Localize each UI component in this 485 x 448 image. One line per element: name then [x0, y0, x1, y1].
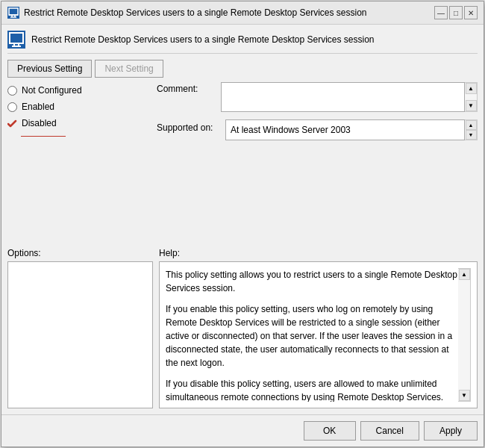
- supported-value: At least Windows Server 2003: [225, 119, 465, 140]
- help-scroll-up[interactable]: ▲: [459, 269, 470, 280]
- header-title: Restrict Remote Desktop Services users t…: [31, 34, 375, 45]
- window-icon: [7, 7, 19, 19]
- radio-label-not-configured: Not Configured: [22, 85, 82, 96]
- help-label: Help:: [159, 248, 478, 258]
- radio-disabled[interactable]: Disabled: [7, 118, 151, 128]
- comment-scroll-up[interactable]: ▲: [466, 83, 477, 94]
- help-text: This policy setting allows you to restri…: [166, 268, 458, 402]
- left-panel: Not Configured Enabled D: [7, 82, 157, 243]
- close-button[interactable]: ✕: [464, 6, 478, 19]
- supported-scrollbar: ▲ ▼: [465, 119, 478, 140]
- right-panel: Comment: ▲ ▼ Supported on: At least: [157, 82, 478, 243]
- radio-circle-enabled: [7, 102, 17, 112]
- window-title: Restrict Remote Desktop Services users t…: [24, 7, 430, 18]
- next-setting-button[interactable]: Next Setting: [95, 60, 163, 78]
- main-content: Not Configured Enabled D: [7, 82, 478, 243]
- comment-row: Comment: ▲ ▼: [157, 82, 478, 112]
- maximize-button[interactable]: □: [449, 6, 463, 19]
- options-section: Options:: [7, 248, 153, 409]
- comment-input[interactable]: [221, 82, 465, 112]
- supported-row: Supported on: At least Windows Server 20…: [157, 119, 478, 140]
- title-bar: Restrict Remote Desktop Services users t…: [1, 1, 484, 25]
- nav-buttons: Previous Setting Next Setting: [7, 60, 478, 78]
- main-window: Restrict Remote Desktop Services users t…: [1, 1, 484, 447]
- checkmark-disabled: [7, 119, 17, 128]
- cancel-button[interactable]: Cancel: [360, 421, 419, 441]
- bottom-section: Options: Help: This policy setting allow…: [7, 248, 478, 409]
- header-icon: [7, 31, 25, 49]
- help-scroll-down[interactable]: ▼: [459, 390, 470, 401]
- minimize-button[interactable]: —: [434, 6, 448, 19]
- options-label: Options:: [7, 248, 153, 258]
- supported-scroll-up[interactable]: ▲: [466, 120, 477, 130]
- comment-scroll-track: [465, 94, 477, 100]
- help-box: This policy setting allows you to restri…: [159, 261, 478, 409]
- svg-rect-0: [9, 8, 18, 15]
- footer: OK Cancel Apply: [1, 414, 484, 447]
- radio-group: Not Configured Enabled D: [7, 82, 151, 137]
- disabled-underline: [21, 136, 66, 137]
- previous-setting-button[interactable]: Previous Setting: [7, 60, 92, 78]
- apply-button[interactable]: Apply: [424, 421, 478, 441]
- radio-circle-not-configured: [7, 86, 17, 96]
- radio-not-configured[interactable]: Not Configured: [7, 85, 151, 96]
- ok-button[interactable]: OK: [304, 421, 356, 441]
- supported-label: Supported on:: [157, 119, 221, 133]
- radio-label-disabled: Disabled: [22, 118, 57, 128]
- radio-label-enabled: Enabled: [22, 102, 54, 112]
- supported-scroll-down[interactable]: ▼: [466, 130, 477, 140]
- help-section: Help: This policy setting allows you to …: [159, 248, 478, 409]
- options-box: [7, 261, 153, 409]
- radio-enabled[interactable]: Enabled: [7, 102, 151, 112]
- window-controls: — □ ✕: [434, 6, 478, 19]
- comment-label: Comment:: [157, 82, 216, 94]
- help-scroll-track: [458, 280, 470, 391]
- help-scrollbar: ▲ ▼: [458, 268, 471, 402]
- comment-scroll-down[interactable]: ▼: [466, 100, 477, 111]
- header-section: Restrict Remote Desktop Services users t…: [7, 31, 478, 54]
- comment-scrollbar: ▲ ▼: [465, 82, 478, 112]
- svg-rect-5: [10, 33, 23, 43]
- content-area: Restrict Remote Desktop Services users t…: [1, 25, 484, 414]
